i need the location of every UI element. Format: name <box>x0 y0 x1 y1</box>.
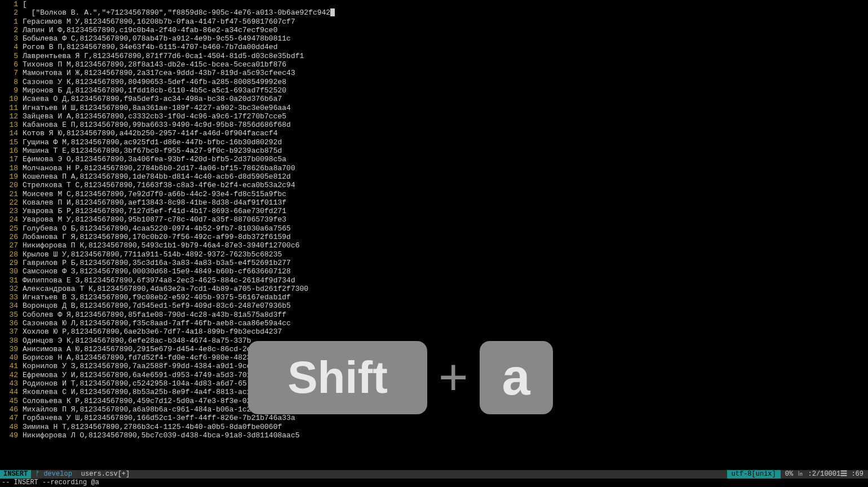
key-shift: Shift <box>248 341 427 414</box>
line-content: Игнатьев В З,81234567890,f9c08eb2-e592-4… <box>23 293 291 302</box>
line-number: 26 <box>0 233 23 241</box>
line-content: Сазонов У К,81234567890,80490653-5def-46… <box>23 78 286 86</box>
line-number: 14 <box>0 129 23 138</box>
line-content: Мамонтова И Ж,81234567890,2a317cea-9ddd-… <box>23 69 295 77</box>
editor-line: 18Молчанова Н Р,81234567890,2784b6b0-2d1… <box>0 164 868 172</box>
line-content: Бобылева Ф С,81234567890,078ab47b-a912-4… <box>23 34 291 43</box>
line-content: Хохлов Ю Р,81234567890,6ae2b3e6-7df7-4a1… <box>23 327 282 336</box>
editor-line: 20Стрелкова Т С,81234567890,71663f38-c8a… <box>0 181 868 189</box>
line-content: Голубева О Б,81234567890,4caa5220-0974-4… <box>23 224 291 233</box>
editor-line: 36Сазонова Ю Л,81234567890,f35c8aad-7aff… <box>0 319 868 327</box>
line-number: 42 <box>0 371 23 379</box>
line-content: Лобанова Г Я,81234567890,170c0b20-7f56-4… <box>23 233 291 241</box>
editor-line: 34Воронцов Д В,81234567890,7d545ed1-5ef9… <box>0 302 868 310</box>
editor-line: 2 ["Волков В. А.","+71234567890","f8859d… <box>0 8 868 17</box>
line-content: Одинцов Э К,81234567890,6efe28ac-b348-46… <box>23 337 251 345</box>
line-number: 35 <box>0 311 23 319</box>
line-number: 5 <box>0 52 23 60</box>
line-content: Никифорова Л О,81234567890,5bc7c039-d438… <box>23 431 299 440</box>
editor-line: 8Сазонов У К,81234567890,80490653-5def-4… <box>0 78 868 86</box>
line-number: 43 <box>0 379 23 388</box>
editor-line: 31Филиппова Е З,81234567890,6f3974a8-2ec… <box>0 276 868 285</box>
line-number: 17 <box>0 155 23 163</box>
line-number: 18 <box>0 164 23 172</box>
line-content: Кошелева П А,81234567890,1de784bb-d814-4… <box>23 172 291 181</box>
editor-line: 4Рогов В П,81234567890,34e63f4b-6115-470… <box>0 43 868 51</box>
line-content: Анисимова А Ю,81234567890,2915e679-d454-… <box>23 345 251 353</box>
editor-line: 32Александрова Т К,81234567890,4da63e2a-… <box>0 285 868 293</box>
line-number: 37 <box>0 327 23 336</box>
editor-line: 3Бобылева Ф С,81234567890,078ab47b-a912-… <box>0 34 868 43</box>
line-content: ["Волков В. А.","+71234567890","f8859d8c… <box>23 8 335 17</box>
editor-line: 33Игнатьев В З,81234567890,f9c08eb2-e592… <box>0 293 868 302</box>
line-number: 34 <box>0 302 23 310</box>
line-number: 39 <box>0 345 23 353</box>
line-number: 22 <box>0 198 23 207</box>
line-content: Герасимов М У,81234567890,16208b7b-0faa-… <box>23 17 295 26</box>
line-number: 1 <box>0 0 23 8</box>
line-number: 20 <box>0 181 23 189</box>
line-content: Миронов Б Д,81234567890,1fdd18cb-6110-4b… <box>23 86 286 95</box>
line-number: 2 <box>0 26 23 34</box>
line-content: Горбачева У Ш,81234567890,166d52c1-3eff-… <box>23 414 295 422</box>
line-content: Александрова Т К,81234567890,4da63e2a-7c… <box>23 285 308 293</box>
editor-line: 10Исаева О Д,81234567890,f9a5def3-ac34-4… <box>0 95 868 103</box>
line-number: 19 <box>0 172 23 181</box>
editor-line: 21Моисеев М С,81234567890,7e92d7f0-a66b-… <box>0 190 868 198</box>
line-content: Стрелкова Т С,81234567890,71663f38-c8a3-… <box>23 181 295 189</box>
line-content: Яковлева С И,81234567890,8b53a25b-8e9f-4… <box>23 388 251 396</box>
editor-line: 1Герасимов М У,81234567890,16208b7b-0faa… <box>0 17 868 26</box>
status-branch: ᚠ develop <box>31 470 77 479</box>
status-encoding: utf-8[unix] <box>727 470 781 479</box>
line-number: 25 <box>0 224 23 233</box>
line-content: Родионов И Т,81234567890,c5242958-104a-4… <box>23 379 247 388</box>
line-number: 44 <box>0 388 23 396</box>
line-content: Котов Я Ю,81234567890,a442b250-2957-414f… <box>23 129 277 138</box>
line-number: 24 <box>0 215 23 224</box>
line-content: Уварова Б Р,81234567890,7127d5ef-f41d-4b… <box>23 207 286 215</box>
line-number: 46 <box>0 405 23 414</box>
line-number: 30 <box>0 267 23 276</box>
line-content: Молчанова Н Р,81234567890,2784b6b0-2d17-… <box>23 164 295 172</box>
editor-line: 11Игнатьев И Ш,81234567890,8aa361ae-189f… <box>0 104 868 112</box>
editor-line: 30Самсонов Ф З,81234567890,00030d68-15e9… <box>0 267 868 276</box>
line-number: 33 <box>0 293 23 302</box>
editor-line: 29Гаврилов Р Б,81234567890,35c3d16a-3a83… <box>0 259 868 267</box>
editor-line: 19Кошелева П А,81234567890,1de784bb-d814… <box>0 172 868 181</box>
line-number: 31 <box>0 276 23 285</box>
line-content: Тихонов П М,81234567890,28f8a143-db2e-41… <box>23 60 286 69</box>
line-content: Борисов Н А,81234567890,fd7d52f4-fd0e-4c… <box>23 353 251 362</box>
line-number: 49 <box>0 431 23 440</box>
line-content: Филиппова Е З,81234567890,6f3974a8-2ec3-… <box>23 276 295 285</box>
editor-line: 14Котов Я Ю,81234567890,a442b250-2957-41… <box>0 129 868 138</box>
line-content: Михайлов П Я,81234567890,a6a98b6a-c961-4… <box>23 405 251 414</box>
editor-line: 16Мишина Т Е,81234567890,3bf67bc0-f955-4… <box>0 147 868 155</box>
line-content: Ефремова У И,81234567890,6a4e6591-d953-4… <box>23 371 251 379</box>
line-content: Корнилов У З,81234567890,7aa2588f-99dd-4… <box>23 362 251 370</box>
editor-line: 1[ <box>0 0 868 8</box>
status-position: 0% ㏑ :2/10001☰ :69 <box>781 470 868 479</box>
line-number: 45 <box>0 397 23 405</box>
line-number: 28 <box>0 250 23 259</box>
editor-line: 2Лапин И Ф,81234567890,c19c0b4a-2f40-4fa… <box>0 26 868 34</box>
cursor <box>330 8 335 16</box>
line-content: Самсонов Ф З,81234567890,00030d68-15e9-4… <box>23 267 291 276</box>
line-content: Зайцева И А,81234567890,c3332cb3-1f0d-4c… <box>23 112 286 121</box>
line-content: Сазонова Ю Л,81234567890,f35c8aad-7aff-4… <box>23 319 291 327</box>
line-content: Лапин И Ф,81234567890,c19c0b4a-2f40-4fab… <box>23 26 277 34</box>
line-number: 12 <box>0 112 23 121</box>
line-number: 3 <box>0 34 23 43</box>
line-content: Крылов Ш У,81234567890,7711a911-514b-489… <box>23 250 282 259</box>
line-content: Ковалев П И,81234567890,aef13843-8c98-41… <box>23 198 286 207</box>
line-number: 21 <box>0 190 23 198</box>
line-content: Соболев Ф Я,81234567890,85fa1e08-790d-4c… <box>23 311 286 319</box>
line-number: 4 <box>0 43 23 51</box>
status-spacer <box>134 470 727 479</box>
editor-line: 12Зайцева И А,81234567890,c3332cb3-1f0d-… <box>0 112 868 121</box>
key-plus-icon: + <box>439 373 468 382</box>
line-content: Зимина Н Т,81234567890,2786b3c4-1125-4b4… <box>23 423 282 431</box>
line-number: 11 <box>0 104 23 112</box>
line-number: 32 <box>0 285 23 293</box>
editor-line: 7Мамонтова И Ж,81234567890,2a317cea-9ddd… <box>0 69 868 77</box>
line-number: 40 <box>0 353 23 362</box>
